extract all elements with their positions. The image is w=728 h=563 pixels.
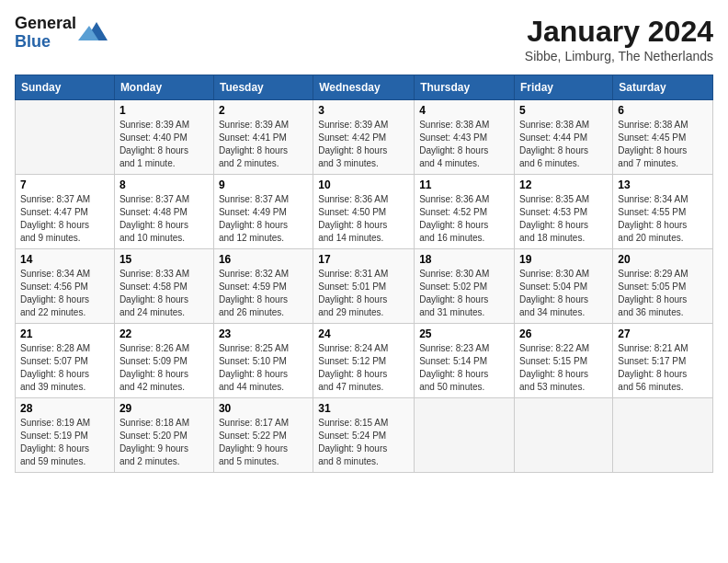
- day-info-line: Daylight: 9 hours: [219, 443, 288, 454]
- day-info-line: Sunrise: 8:22 AM: [519, 343, 589, 353]
- day-number: 1: [119, 104, 209, 117]
- day-info-line: Sunset: 5:07 PM: [20, 356, 88, 366]
- day-info-line: Sunset: 5:22 PM: [219, 431, 287, 441]
- day-info: Sunrise: 8:36 AMSunset: 4:52 PMDaylight:…: [419, 193, 509, 245]
- day-info-line: Sunset: 4:43 PM: [419, 132, 487, 143]
- day-info-line: and 59 minutes.: [20, 456, 85, 466]
- day-info-line: Sunset: 5:14 PM: [419, 356, 487, 366]
- day-info-line: Daylight: 8 hours: [20, 220, 89, 230]
- day-info-line: and 4 minutes.: [419, 158, 480, 168]
- day-info-line: Daylight: 8 hours: [618, 220, 687, 230]
- day-info-line: Sunrise: 8:39 AM: [318, 120, 388, 130]
- day-info-line: and 12 minutes.: [219, 233, 284, 243]
- day-info-line: and 3 minutes.: [318, 158, 379, 168]
- day-number: 29: [119, 402, 209, 415]
- day-info-line: Daylight: 8 hours: [119, 294, 188, 304]
- day-info: Sunrise: 8:25 AMSunset: 5:10 PMDaylight:…: [219, 342, 308, 394]
- day-info-line: Sunset: 5:15 PM: [519, 356, 587, 366]
- calendar-cell: 4Sunrise: 8:38 AMSunset: 4:43 PMDaylight…: [415, 100, 515, 175]
- day-info-line: Daylight: 8 hours: [219, 145, 288, 155]
- day-info-line: Sunrise: 8:37 AM: [219, 194, 289, 204]
- day-info: Sunrise: 8:36 AMSunset: 4:50 PMDaylight:…: [318, 193, 409, 245]
- day-info-line: Sunset: 5:02 PM: [419, 282, 487, 292]
- day-number: 16: [219, 253, 308, 266]
- day-info: Sunrise: 8:26 AMSunset: 5:09 PMDaylight:…: [119, 342, 209, 394]
- day-number: 28: [20, 402, 109, 415]
- day-number: 14: [20, 253, 109, 266]
- day-info-line: Sunrise: 8:36 AM: [419, 194, 489, 204]
- day-info-line: and 22 minutes.: [20, 307, 85, 317]
- day-info-line: Sunrise: 8:34 AM: [618, 194, 688, 204]
- day-info-line: Daylight: 8 hours: [119, 369, 188, 379]
- day-info-line: and 18 minutes.: [519, 233, 585, 243]
- day-info-line: Sunset: 5:09 PM: [119, 356, 188, 366]
- day-info: Sunrise: 8:32 AMSunset: 4:59 PMDaylight:…: [219, 268, 308, 319]
- day-info-line: Sunset: 4:58 PM: [119, 282, 188, 292]
- calendar-cell: 24Sunrise: 8:24 AMSunset: 5:12 PMDayligh…: [313, 324, 415, 398]
- day-info-line: Sunset: 5:17 PM: [618, 356, 686, 366]
- day-info-line: Daylight: 8 hours: [119, 220, 188, 230]
- day-number: 3: [318, 104, 409, 117]
- day-info-line: Sunset: 5:10 PM: [219, 356, 287, 366]
- day-info-line: Sunrise: 8:24 AM: [318, 343, 388, 353]
- day-info: Sunrise: 8:31 AMSunset: 5:01 PMDaylight:…: [318, 268, 409, 319]
- day-info-line: Sunset: 4:47 PM: [20, 207, 88, 217]
- day-info-line: Sunrise: 8:37 AM: [119, 194, 189, 204]
- day-info-line: Sunset: 4:50 PM: [318, 207, 386, 217]
- day-info-line: and 8 minutes.: [318, 456, 379, 466]
- day-number: 17: [318, 253, 409, 266]
- day-info: Sunrise: 8:39 AMSunset: 4:42 PMDaylight:…: [318, 119, 409, 170]
- calendar-cell: 6Sunrise: 8:38 AMSunset: 4:45 PMDaylight…: [613, 100, 713, 175]
- day-info: Sunrise: 8:18 AMSunset: 5:20 PMDaylight:…: [119, 417, 209, 468]
- calendar-header-sunday: Sunday: [16, 75, 115, 100]
- day-info: Sunrise: 8:37 AMSunset: 4:49 PMDaylight:…: [219, 193, 308, 245]
- day-info-line: Sunrise: 8:39 AM: [219, 120, 289, 130]
- calendar-cell: 16Sunrise: 8:32 AMSunset: 4:59 PMDayligh…: [213, 249, 313, 324]
- day-info-line: and 2 minutes.: [219, 158, 279, 168]
- day-info-line: Sunrise: 8:23 AM: [419, 343, 489, 353]
- day-info-line: Daylight: 9 hours: [119, 443, 188, 454]
- day-info-line: Daylight: 8 hours: [519, 294, 588, 304]
- day-info-line: Sunset: 4:45 PM: [618, 132, 686, 143]
- day-info-line: and 36 minutes.: [618, 307, 683, 317]
- calendar-cell: 28Sunrise: 8:19 AMSunset: 5:19 PMDayligh…: [16, 398, 115, 473]
- day-info-line: Sunrise: 8:35 AM: [519, 194, 589, 204]
- day-info-line: Sunrise: 8:21 AM: [618, 343, 688, 353]
- calendar-cell: 29Sunrise: 8:18 AMSunset: 5:20 PMDayligh…: [114, 398, 213, 473]
- day-info-line: Daylight: 8 hours: [519, 220, 588, 230]
- day-info-line: and 10 minutes.: [119, 233, 185, 243]
- day-info-line: Sunset: 4:48 PM: [119, 207, 188, 217]
- day-info-line: Sunset: 5:04 PM: [519, 282, 587, 292]
- day-info-line: Sunrise: 8:38 AM: [618, 120, 688, 130]
- day-info-line: Daylight: 8 hours: [318, 294, 387, 304]
- calendar-cell: 7Sunrise: 8:37 AMSunset: 4:47 PMDaylight…: [16, 175, 115, 249]
- day-info-line: Sunrise: 8:26 AM: [119, 343, 189, 353]
- day-number: 9: [219, 178, 308, 191]
- day-number: 10: [318, 178, 409, 191]
- day-info: Sunrise: 8:35 AMSunset: 4:53 PMDaylight:…: [519, 193, 608, 245]
- day-info: Sunrise: 8:28 AMSunset: 5:07 PMDaylight:…: [20, 342, 109, 394]
- day-info-line: and 5 minutes.: [219, 456, 279, 466]
- day-info-line: Daylight: 8 hours: [419, 369, 488, 379]
- calendar-cell: 13Sunrise: 8:34 AMSunset: 4:55 PMDayligh…: [613, 175, 713, 249]
- day-info-line: Daylight: 9 hours: [318, 443, 387, 454]
- logo: General Blue: [15, 15, 108, 52]
- calendar-header-monday: Monday: [114, 75, 213, 100]
- day-number: 26: [519, 327, 608, 340]
- day-info-line: Daylight: 8 hours: [219, 294, 288, 304]
- day-info-line: Sunrise: 8:39 AM: [119, 120, 189, 130]
- calendar-cell: 12Sunrise: 8:35 AMSunset: 4:53 PMDayligh…: [515, 175, 613, 249]
- day-info: Sunrise: 8:34 AMSunset: 4:55 PMDaylight:…: [618, 193, 708, 245]
- day-info: Sunrise: 8:30 AMSunset: 5:04 PMDaylight:…: [519, 268, 608, 319]
- day-info-line: Daylight: 8 hours: [419, 294, 488, 304]
- day-number: 15: [119, 253, 209, 266]
- calendar-cell: 25Sunrise: 8:23 AMSunset: 5:14 PMDayligh…: [415, 324, 515, 398]
- calendar-cell: 9Sunrise: 8:37 AMSunset: 4:49 PMDaylight…: [213, 175, 313, 249]
- day-number: 13: [618, 178, 708, 191]
- day-info: Sunrise: 8:37 AMSunset: 4:47 PMDaylight:…: [20, 193, 109, 245]
- day-number: 22: [119, 327, 209, 340]
- day-info-line: and 31 minutes.: [419, 307, 484, 317]
- day-number: 6: [618, 104, 708, 117]
- day-info-line: and 42 minutes.: [119, 382, 185, 392]
- day-info-line: Sunrise: 8:17 AM: [219, 418, 289, 428]
